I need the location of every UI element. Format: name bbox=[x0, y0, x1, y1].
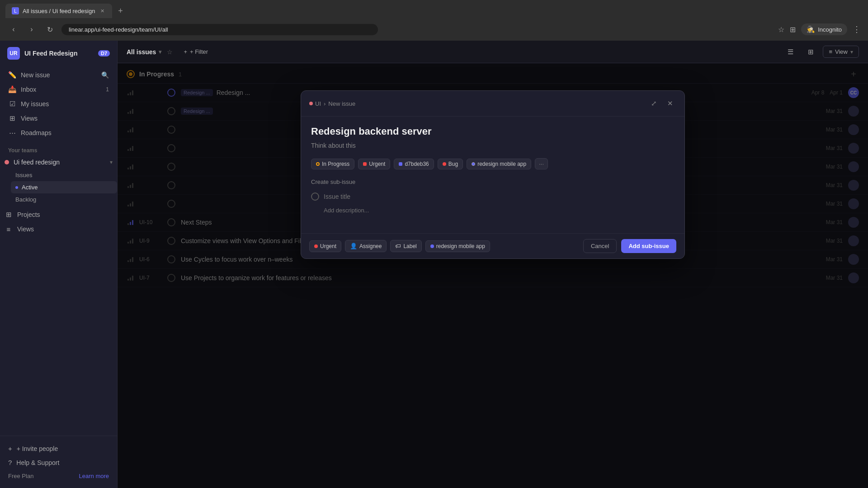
active-tab[interactable]: L All issues / Ui feed redesign ✕ bbox=[5, 4, 112, 18]
search-icon[interactable]: 🔍 bbox=[101, 71, 109, 79]
backlog-label: Backlog bbox=[15, 196, 36, 203]
sidebar: UR UI Feed Redesign D7 ✏️ New issue 🔍 📥 … bbox=[0, 41, 118, 488]
team-name: Ui feed redesign bbox=[14, 159, 105, 166]
my-issues-icon: ☑ bbox=[8, 100, 16, 108]
commit-tag[interactable]: d7bdeb36 bbox=[394, 159, 434, 169]
views-icon: ⊞ bbox=[8, 114, 16, 122]
sidebar-item-new-issue[interactable]: ✏️ New issue 🔍 bbox=[4, 68, 113, 82]
issue-desc-input[interactable] bbox=[324, 207, 675, 214]
more-tags-btn[interactable]: ··· bbox=[535, 158, 548, 169]
assignee-icon: 👤 bbox=[350, 243, 357, 249]
grid-view-btn[interactable]: ⊞ bbox=[802, 46, 819, 58]
workspace-avatar: UR bbox=[7, 47, 20, 60]
free-plan-row: Free Plan Learn more bbox=[4, 469, 113, 483]
footer-cycle-tag[interactable]: redesign mobile app bbox=[425, 240, 490, 252]
new-issue-label: New issue bbox=[21, 71, 50, 79]
modal-actions: ⤢ ✕ bbox=[647, 97, 676, 110]
tab-favicon: L bbox=[12, 7, 19, 14]
footer-cycle-label: redesign mobile app bbox=[436, 243, 485, 249]
sub-item-active[interactable]: Active bbox=[11, 181, 117, 193]
new-tab-btn[interactable]: + bbox=[114, 5, 127, 17]
filter-label: + Filter bbox=[190, 48, 208, 55]
reload-btn[interactable]: ↻ bbox=[43, 23, 56, 36]
invite-people-btn[interactable]: + + Invite people bbox=[4, 441, 113, 455]
close-modal-btn[interactable]: ✕ bbox=[664, 97, 676, 110]
cycle-tag-label: redesign mobile app bbox=[477, 161, 526, 167]
modal-team-dot bbox=[309, 102, 313, 105]
toolbar-title-text: All issues bbox=[127, 48, 156, 56]
sub-item-backlog[interactable]: Backlog bbox=[11, 193, 117, 206]
menu-icon[interactable]: ⋮ bbox=[853, 24, 861, 34]
toolbar-title[interactable]: All issues ▾ bbox=[127, 48, 161, 56]
bug-tag-dot bbox=[443, 162, 446, 166]
status-tag-dot bbox=[316, 162, 320, 166]
toolbar-star-icon[interactable]: ☆ bbox=[167, 48, 173, 56]
list-view-btn[interactable]: ☰ bbox=[782, 46, 799, 58]
sidebar-item-my-issues[interactable]: ☑ My issues bbox=[4, 97, 113, 111]
roadmaps-icon: ⋯ bbox=[8, 129, 16, 137]
forward-btn[interactable]: › bbox=[25, 23, 38, 36]
breadcrumb-separator: › bbox=[324, 100, 326, 107]
cycle-tag-dot bbox=[472, 162, 475, 166]
priority-tag-icon bbox=[363, 162, 367, 166]
sub-issue-section-title: Create sub-issue bbox=[311, 178, 675, 185]
view-label: View bbox=[835, 48, 848, 55]
team-dot bbox=[5, 160, 9, 164]
workspace-name: UI Feed Redesign bbox=[24, 50, 94, 57]
modal-footer-actions: Cancel Add sub-issue bbox=[583, 239, 676, 253]
browser-chrome: L All issues / Ui feed redesign ✕ + ‹ › … bbox=[0, 0, 868, 41]
sidebar-item-views2[interactable]: ≡ Views bbox=[0, 222, 117, 236]
view-dropdown-btn[interactable]: ≡ View ▾ bbox=[823, 46, 859, 58]
priority-tag[interactable]: Urgent bbox=[358, 159, 390, 169]
create-sub-issue-modal: UI › New issue ⤢ ✕ Redesign backend serv… bbox=[301, 90, 685, 259]
modal-description: Think about this bbox=[311, 142, 675, 149]
sidebar-item-projects[interactable]: ⊞ Projects bbox=[0, 207, 117, 222]
incognito-btn[interactable]: 🕵 Incognito bbox=[801, 23, 847, 35]
star-icon[interactable]: ☆ bbox=[778, 25, 784, 34]
modal-overlay: UI › New issue ⤢ ✕ Redesign backend serv… bbox=[118, 63, 868, 488]
teams-section-title: Your teams bbox=[0, 142, 117, 155]
cancel-btn[interactable]: Cancel bbox=[583, 239, 617, 253]
help-support-btn[interactable]: ? Help & Support bbox=[4, 455, 113, 469]
sidebar-item-views[interactable]: ⊞ Views bbox=[4, 111, 113, 126]
sidebar-item-inbox[interactable]: 📥 Inbox 1 bbox=[4, 82, 113, 97]
bug-tag[interactable]: Bug bbox=[438, 159, 463, 169]
sub-issue-desc bbox=[311, 203, 675, 217]
notification-badge: D7 bbox=[98, 50, 110, 56]
toolbar-title-chevron-icon: ▾ bbox=[159, 49, 161, 55]
modal-footer: Urgent 👤 Assignee 🏷 Label redesign bbox=[301, 233, 684, 258]
cycle-tag[interactable]: redesign mobile app bbox=[467, 159, 531, 169]
status-tag-label: In Progress bbox=[322, 161, 349, 167]
main-content: All issues ▾ ☆ + + Filter ☰ ⊞ ≡ View ▾ bbox=[118, 41, 868, 488]
footer-assignee-label: Assignee bbox=[359, 243, 382, 249]
status-tag[interactable]: In Progress bbox=[311, 159, 354, 169]
sidebar-team[interactable]: Ui feed redesign ▾ bbox=[0, 155, 117, 169]
back-btn[interactable]: ‹ bbox=[7, 23, 20, 36]
url-text: linear.app/ui-feed-redesign/team/UI/all bbox=[69, 26, 168, 33]
roadmaps-label: Roadmaps bbox=[21, 129, 52, 136]
footer-priority-label: Urgent bbox=[320, 243, 336, 249]
incognito-label: Incognito bbox=[818, 26, 842, 33]
sidebar-header: UR UI Feed Redesign D7 bbox=[0, 41, 117, 66]
sidebar-item-roadmaps[interactable]: ⋯ Roadmaps bbox=[4, 126, 113, 140]
label-icon: 🏷 bbox=[395, 243, 401, 249]
extension-icon[interactable]: ⊞ bbox=[790, 25, 796, 34]
projects-icon: ⊞ bbox=[5, 211, 13, 219]
tab-close-btn[interactable]: ✕ bbox=[99, 7, 106, 14]
issue-title-input[interactable] bbox=[324, 193, 675, 200]
team-chevron-icon: ▾ bbox=[110, 159, 113, 165]
issues-area: In Progress 1 + Redesign ... bbox=[118, 63, 868, 488]
footer-priority-tag[interactable]: Urgent bbox=[309, 240, 341, 252]
sub-item-issues[interactable]: Issues bbox=[11, 169, 117, 181]
expand-btn[interactable]: ⤢ bbox=[647, 97, 660, 110]
add-sub-issue-btn[interactable]: Add sub-issue bbox=[621, 239, 676, 253]
address-bar-row: ‹ › ↻ linear.app/ui-feed-redesign/team/U… bbox=[0, 18, 868, 41]
learn-more-link[interactable]: Learn more bbox=[79, 473, 109, 479]
filter-btn[interactable]: + + Filter bbox=[178, 46, 213, 57]
modal-header: UI › New issue ⤢ ✕ bbox=[301, 91, 684, 117]
footer-label-tag[interactable]: 🏷 Label bbox=[390, 240, 421, 252]
footer-assignee-tag[interactable]: 👤 Assignee bbox=[345, 240, 387, 252]
address-bar[interactable]: linear.app/ui-feed-redesign/team/UI/all bbox=[61, 24, 378, 35]
help-icon: ? bbox=[8, 459, 12, 466]
new-issue-icon: ✏️ bbox=[8, 71, 16, 79]
